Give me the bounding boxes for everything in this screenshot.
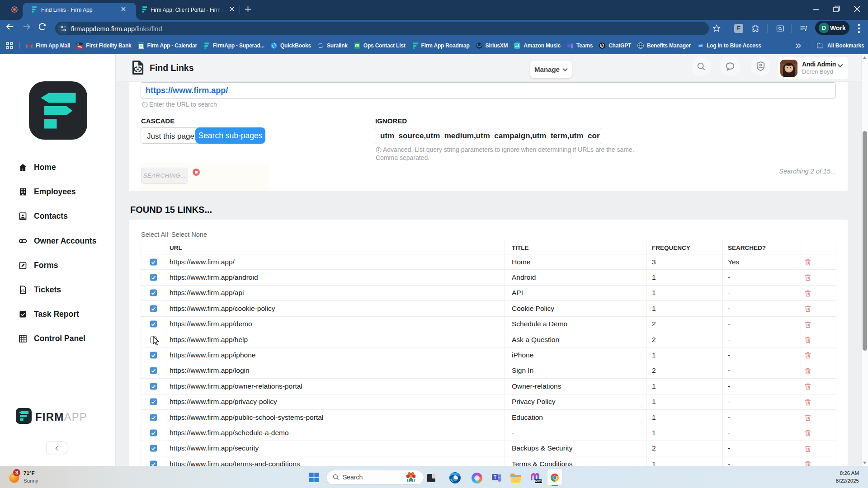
svg-text:M365: M365 — [535, 480, 542, 483]
svg-text:T: T — [494, 475, 496, 480]
svg-text:21: 21 — [139, 44, 142, 47]
svg-text:T: T — [568, 44, 570, 47]
svg-text:BA: BA — [698, 44, 702, 47]
